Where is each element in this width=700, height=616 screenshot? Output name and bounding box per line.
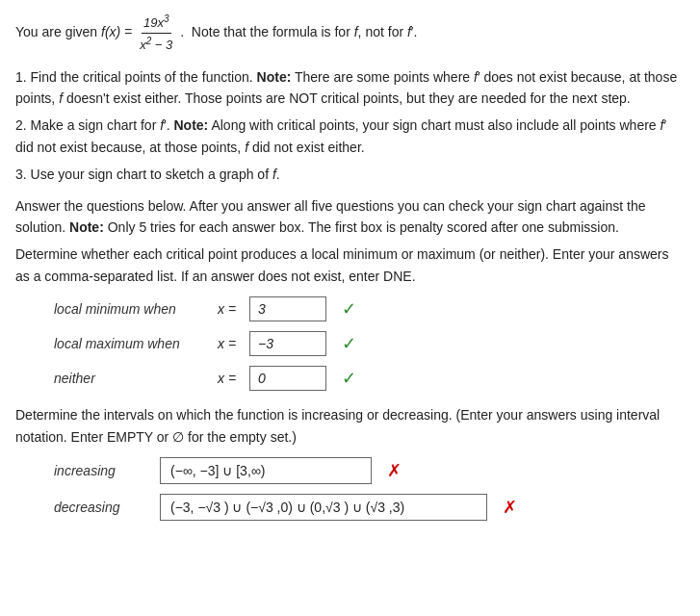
answer-note-rest: Only 5 tries for each answer box. The fi… <box>108 219 619 235</box>
answers-section: local minimum when x = 3 ✓ local maximum… <box>15 296 685 391</box>
step1-note-bold: Note: <box>257 69 292 85</box>
intervals-prompt-section: Determine the intervals on which the fun… <box>15 404 685 448</box>
determine-text: Determine whether each critical point pr… <box>15 244 685 287</box>
neither-label: neither <box>54 371 208 386</box>
increasing-cross: ✗ <box>387 460 402 481</box>
step1-number: 1. Find the critical points of the funct… <box>15 69 257 85</box>
local-min-check: ✓ <box>342 298 356 320</box>
increasing-input[interactable]: (−∞, −3] ∪ [3,∞) <box>160 457 372 484</box>
instructions-section: 1. Find the critical points of the funct… <box>15 66 685 186</box>
decreasing-label: decreasing <box>54 500 150 515</box>
local-max-eq: x = <box>218 336 236 351</box>
neither-eq: x = <box>218 371 236 386</box>
answer-note-bold: Note: <box>69 219 104 235</box>
answer-prompt-text: Answer the questions below. After you an… <box>15 195 685 239</box>
fraction-numerator: 19x3 <box>142 12 171 34</box>
fraction: 19x3 x2 − 3 <box>138 12 174 55</box>
neither-check: ✓ <box>342 368 356 389</box>
instruction-1: 1. Find the critical points of the funct… <box>15 66 685 110</box>
local-min-row: local minimum when x = 3 ✓ <box>54 296 685 321</box>
intervals-prompt-text: Determine the intervals on which the fun… <box>15 404 685 448</box>
header-section: You are given f(x) = 19x3 x2 − 3 . Note … <box>15 12 685 55</box>
step3-text: 3. Use your sign chart to sketch a graph… <box>15 167 280 182</box>
step2-text: 2. Make a sign chart for f′. <box>15 117 173 133</box>
increasing-label: increasing <box>54 463 150 478</box>
instruction-3: 3. Use your sign chart to sketch a graph… <box>15 164 685 185</box>
local-max-label: local maximum when <box>54 336 208 351</box>
local-min-input[interactable]: 3 <box>249 296 326 321</box>
header-note: . Note that the formula is for f, not fo… <box>180 24 417 39</box>
decreasing-row: decreasing (−3, −√3 ) ∪ (−√3 ,0) ∪ (0,√3… <box>54 494 685 521</box>
local-min-label: local minimum when <box>54 301 208 317</box>
increasing-row: increasing (−∞, −3] ∪ [3,∞) ✗ <box>54 457 685 484</box>
decreasing-cross: ✗ <box>503 497 517 518</box>
step2-note-bold: Note: <box>173 117 208 133</box>
intervals-section: increasing (−∞, −3] ∪ [3,∞) ✗ decreasing… <box>15 457 685 521</box>
fraction-denominator: x2 − 3 <box>138 34 174 55</box>
local-max-row: local maximum when x = −3 ✓ <box>54 331 685 356</box>
header-fx: f(x) = <box>101 24 136 39</box>
neither-row: neither x = 0 ✓ <box>54 366 685 391</box>
header-prefix: You are given <box>15 24 97 39</box>
local-min-eq: x = <box>218 301 236 317</box>
local-max-check: ✓ <box>342 333 356 354</box>
neither-input[interactable]: 0 <box>249 366 326 391</box>
decreasing-input[interactable]: (−3, −√3 ) ∪ (−√3 ,0) ∪ (0,√3 ) ∪ (√3 ,3… <box>160 494 487 521</box>
local-max-input[interactable]: −3 <box>249 331 326 356</box>
answer-prompt-section: Answer the questions below. After you an… <box>15 195 685 288</box>
instruction-2: 2. Make a sign chart for f′. Note: Along… <box>15 115 685 158</box>
